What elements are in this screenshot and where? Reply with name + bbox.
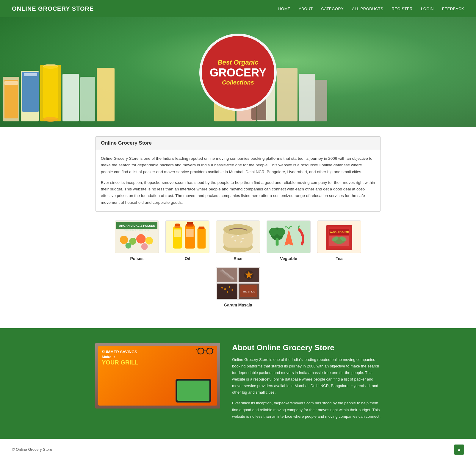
category-label-rice: Rice bbox=[234, 256, 242, 261]
svg-line-84 bbox=[213, 350, 214, 350]
nav-about[interactable]: ABOUT bbox=[299, 7, 313, 11]
category-img-rice bbox=[216, 220, 260, 253]
category-item-oil[interactable]: Oil bbox=[165, 220, 210, 261]
nav-home[interactable]: HOME bbox=[278, 7, 290, 11]
svg-point-79 bbox=[227, 291, 228, 293]
svg-point-75 bbox=[221, 287, 223, 289]
svg-point-78 bbox=[231, 289, 233, 291]
about-section-title: About Online Grocery Store bbox=[232, 343, 381, 352]
svg-rect-40 bbox=[186, 229, 194, 237]
hero-banner: Best Organic GROCERY Collections bbox=[0, 17, 476, 127]
about-box-title: Online Grocery Store bbox=[95, 137, 381, 150]
category-img-tea: WAGH BAKRI bbox=[317, 220, 361, 253]
about-inner: Lowes SUMMER SAVINGS Make It YOUR GRILL … bbox=[89, 343, 387, 424]
footer: © Online Grocery Store ▲ bbox=[0, 439, 476, 460]
about-para-2: Ever since its inception, thepackersmove… bbox=[101, 179, 375, 206]
svg-point-30 bbox=[126, 243, 131, 249]
about-box-body: Online Grocery Store is one of the India… bbox=[95, 150, 381, 211]
category-label-vegetable: Vegtable bbox=[280, 256, 297, 261]
svg-point-31 bbox=[141, 243, 148, 250]
category-item-tea[interactable]: WAGH BAKRI Tea bbox=[317, 220, 361, 261]
category-label-masala: Garam Masala bbox=[224, 303, 252, 307]
main-content: Online Grocery Store Online Grocery Stor… bbox=[89, 127, 387, 328]
category-img-oil bbox=[165, 220, 209, 253]
hero-circle: Best Organic GROCERY Collections bbox=[199, 34, 277, 111]
about-text: About Online Grocery Store Online Grocer… bbox=[232, 343, 381, 424]
flyer-sub: YOUR GRILL bbox=[102, 359, 214, 366]
category-item-pulses[interactable]: ORGANIC DAL & PULSES WITH CBD & NUTRITIO… bbox=[115, 220, 159, 261]
svg-text:WAGH BAKRI: WAGH BAKRI bbox=[330, 230, 349, 234]
hero-line1: Best Organic bbox=[218, 59, 259, 66]
scroll-top-button[interactable]: ▲ bbox=[454, 445, 464, 455]
svg-point-55 bbox=[277, 228, 285, 236]
svg-rect-56 bbox=[276, 238, 279, 246]
svg-text:THE SPICE: THE SPICE bbox=[243, 290, 255, 293]
svg-rect-69 bbox=[217, 284, 237, 299]
category-label-oil: Oil bbox=[185, 256, 190, 261]
svg-point-77 bbox=[228, 286, 230, 288]
category-img-masala: THE SPICE bbox=[216, 267, 260, 300]
svg-text:WITH CBD & NUTRITIONS: WITH CBD & NUTRITIONS bbox=[124, 229, 150, 231]
nav-all-products[interactable]: ALL PRODUCTS bbox=[352, 7, 383, 11]
about-section: Lowes SUMMER SAVINGS Make It YOUR GRILL … bbox=[0, 328, 476, 439]
svg-rect-42 bbox=[198, 226, 204, 229]
tablet-screen bbox=[177, 381, 209, 401]
categories-grid: ORGANIC DAL & PULSES WITH CBD & NUTRITIO… bbox=[95, 220, 381, 307]
hero-line3: Collections bbox=[222, 79, 254, 86]
about-box: Online Grocery Store Online Grocery Stor… bbox=[95, 136, 381, 212]
about-section-para2: Ever since its inception, thepackersmove… bbox=[232, 400, 381, 420]
categories-section: ORGANIC DAL & PULSES WITH CBD & NUTRITIO… bbox=[95, 220, 381, 307]
about-section-para1: Online Grocery Store is one of the India… bbox=[232, 356, 381, 396]
svg-point-46 bbox=[223, 224, 253, 235]
category-item-vegetable[interactable]: Vegtable bbox=[266, 220, 311, 261]
svg-point-76 bbox=[224, 288, 226, 290]
svg-point-29 bbox=[145, 237, 153, 245]
tablet-device bbox=[176, 379, 211, 403]
svg-rect-39 bbox=[187, 222, 193, 225]
hero-line2: GROCERY bbox=[210, 67, 267, 79]
nav-feedback[interactable]: FEEDBACK bbox=[442, 7, 464, 11]
svg-point-26 bbox=[120, 236, 128, 244]
site-logo: ONLINE GROCERY STORE bbox=[12, 5, 94, 12]
category-label-tea: Tea bbox=[336, 256, 342, 261]
nav-register[interactable]: REGISTER bbox=[392, 7, 412, 11]
category-label-pulses: Pulses bbox=[130, 256, 143, 261]
nav-category[interactable]: CATEGORY bbox=[321, 7, 344, 11]
footer-copyright: © Online Grocery Store bbox=[12, 447, 52, 452]
category-item-masala[interactable]: THE SPICE Garam Masala bbox=[216, 267, 260, 307]
about-image: Lowes SUMMER SAVINGS Make It YOUR GRILL bbox=[95, 343, 220, 409]
about-para-1: Online Grocery Store is one of the India… bbox=[101, 155, 375, 175]
category-img-pulses: ORGANIC DAL & PULSES WITH CBD & NUTRITIO… bbox=[115, 220, 159, 253]
main-nav: HOME ABOUT CATEGORY ALL PRODUCTS REGISTE… bbox=[278, 7, 464, 11]
svg-rect-35 bbox=[175, 223, 180, 226]
svg-rect-41 bbox=[198, 228, 206, 248]
svg-point-54 bbox=[269, 228, 278, 236]
svg-line-83 bbox=[196, 350, 198, 350]
svg-text:ORGANIC DAL & PULSES: ORGANIC DAL & PULSES bbox=[119, 224, 155, 227]
svg-rect-36 bbox=[174, 229, 181, 237]
svg-point-28 bbox=[136, 234, 146, 244]
header: ONLINE GROCERY STORE HOME ABOUT CATEGORY… bbox=[0, 0, 476, 17]
category-item-rice[interactable]: Rice bbox=[216, 220, 260, 261]
category-img-vegetable bbox=[267, 220, 311, 253]
nav-login[interactable]: LOGIN bbox=[421, 7, 434, 11]
